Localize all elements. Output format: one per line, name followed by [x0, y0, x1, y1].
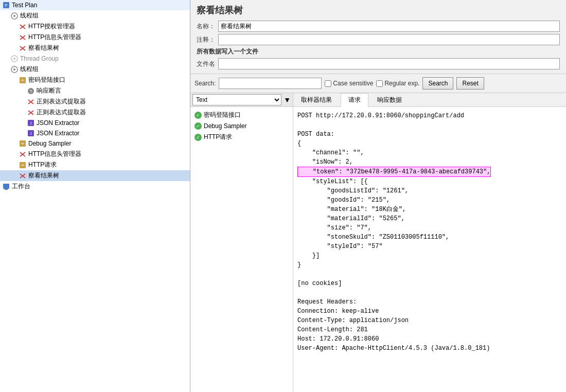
tree-item-json-extractor-2[interactable]: JJSON Extractor	[0, 128, 190, 138]
tab-sampler-result[interactable]: 取样器结果	[293, 93, 340, 106]
result-list-header: Text ▼	[190, 93, 293, 107]
tree-item-label: 察看结果树	[28, 44, 59, 52]
tree-item-icon: P	[2, 1, 10, 9]
tree-item-label: Thread Group	[20, 55, 59, 62]
svg-text:?: ?	[29, 89, 32, 94]
tree-item-label: Debug Sampler	[28, 140, 71, 147]
tree-item-察看结果树-2[interactable]: 察看结果树	[0, 170, 190, 181]
tree-item-icon	[27, 98, 35, 106]
tree-item-http-request[interactable]: ✏HTTP请求	[0, 159, 190, 170]
search-bar: Search: Case sensitive Regular exp. Sear…	[190, 74, 566, 93]
tree-item-debug-sampler[interactable]: ✏Debug Sampler	[0, 138, 190, 149]
comment-label: 注释：	[197, 35, 215, 44]
svg-point-11	[13, 58, 15, 60]
svg-text:J: J	[30, 132, 32, 135]
tree-item-察看结果树-1[interactable]: 察看结果树	[0, 43, 190, 54]
tree-panel: PTest Plan线程组HTTP授权管理器HTTP信息头管理器察看结果树Thr…	[0, 0, 190, 392]
right-panel: 察看结果树 名称： 注释： 所有数据写入一个文件 文件名 Search: Cas…	[190, 0, 566, 392]
tab-response-data[interactable]: 响应数据	[369, 93, 410, 106]
svg-text:✏: ✏	[21, 141, 25, 146]
tree-item-label: JSON Extractor	[37, 119, 79, 127]
tree-item-icon	[19, 172, 27, 180]
text-dropdown[interactable]: Text	[192, 94, 281, 105]
result-item[interactable]: ✓密码登陆接口	[192, 109, 291, 121]
tree-item-线程组-2[interactable]: 线程组	[0, 64, 190, 75]
tree-item-label: 线程组	[20, 65, 39, 74]
search-label: Search:	[194, 80, 216, 87]
comment-input[interactable]	[218, 34, 560, 45]
tree-item-icon: J	[27, 129, 35, 137]
tree-item-icon	[10, 55, 19, 63]
svg-point-3	[13, 15, 15, 17]
svg-rect-34	[3, 184, 9, 189]
file-label: 文件名	[197, 60, 215, 68]
search-input[interactable]	[219, 78, 322, 89]
tree-item-http-info-mgr[interactable]: HTTP信息头管理器	[0, 149, 190, 159]
result-item[interactable]: ✓Debug Sampler	[192, 121, 291, 131]
tree-item-http-header[interactable]: HTTP信息头管理器	[0, 32, 190, 43]
result-items: ✓密码登陆接口✓Debug Sampler✓HTTP请求	[190, 107, 293, 392]
tree-item-label: 正则表达式提取器	[37, 97, 86, 106]
tree-item-label: HTTP信息头管理器	[28, 33, 81, 42]
tree-item-label: 线程组	[20, 11, 39, 20]
tree-item-icon	[2, 183, 10, 191]
tree-item-thread-group[interactable]: Thread Group	[0, 54, 190, 64]
detail-content: POST http://172.20.0.91:8060/shoppingCar…	[293, 107, 566, 392]
file-input[interactable]	[218, 58, 560, 69]
status-icon: ✓	[194, 122, 202, 130]
tree-item-label: HTTP信息头管理器	[28, 150, 81, 158]
dropdown-arrow[interactable]: ▼	[284, 96, 291, 104]
tree-item-正则表达式提取器-2[interactable]: 正则表达式提取器	[0, 107, 190, 118]
result-item[interactable]: ✓HTTP请求	[192, 131, 291, 143]
tree-item-线程组-1[interactable]: 线程组	[0, 10, 190, 21]
regular-exp-checkbox[interactable]	[376, 80, 383, 87]
result-item-label: HTTP请求	[204, 133, 232, 141]
tree-item-工作台[interactable]: 工作台	[0, 181, 190, 192]
tab-request[interactable]: 请求	[341, 93, 368, 107]
tree-item-密码登陆接口[interactable]: ✏密码登陆接口	[0, 75, 190, 85]
tree-item-icon: J	[27, 119, 35, 127]
tree-item-json-extractor-1[interactable]: JJSON Extractor	[0, 118, 190, 128]
tree-item-label: 工作台	[12, 182, 30, 191]
tree-item-icon: ✏	[19, 139, 27, 148]
svg-text:P: P	[5, 3, 7, 8]
tree-item-icon	[10, 65, 19, 74]
tree-item-icon	[10, 12, 19, 20]
tree-item-label: 察看结果树	[28, 171, 59, 180]
section-title: 所有数据写入一个文件	[197, 47, 560, 56]
tree-item-label: 密码登陆接口	[28, 76, 65, 84]
case-sensitive-label[interactable]: Case sensitive	[325, 80, 373, 87]
status-icon: ✓	[194, 134, 202, 141]
tree-item-label: Test Plan	[12, 2, 37, 9]
tree-item-label: JSON Extractor	[37, 130, 79, 137]
svg-text:J: J	[30, 121, 32, 125]
tree-item-label: HTTP授权管理器	[28, 22, 75, 31]
status-icon: ✓	[194, 112, 202, 119]
svg-text:✏: ✏	[21, 78, 25, 83]
result-item-label: Debug Sampler	[204, 122, 246, 130]
regular-exp-label[interactable]: Regular exp.	[376, 80, 419, 87]
tree-item-icon: ✏	[19, 161, 27, 169]
name-input[interactable]	[218, 21, 560, 32]
case-sensitive-checkbox[interactable]	[325, 80, 331, 87]
svg-point-13	[13, 68, 15, 70]
name-label: 名称：	[197, 22, 215, 31]
result-item-label: 密码登陆接口	[204, 111, 241, 119]
result-list-panel: Text ▼ ✓密码登陆接口✓Debug Sampler✓HTTP请求	[190, 93, 293, 392]
panel-title: 察看结果树	[197, 4, 560, 16]
content-area: Text ▼ ✓密码登陆接口✓Debug Sampler✓HTTP请求 取样器结…	[190, 93, 566, 392]
tree-item-icon	[19, 150, 27, 158]
tree-item-正则表达式提取器-1[interactable]: 正则表达式提取器	[0, 96, 190, 107]
tree-item-label: 正则表达式提取器	[37, 108, 86, 117]
tree-item-响应断言[interactable]: ?响应断言	[0, 85, 190, 96]
search-button[interactable]: Search	[422, 77, 453, 90]
tree-item-icon	[19, 44, 27, 52]
svg-text:✏: ✏	[21, 163, 25, 168]
svg-rect-35	[5, 189, 8, 190]
tree-item-test-plan[interactable]: PTest Plan	[0, 0, 190, 10]
reset-button[interactable]: Reset	[456, 77, 484, 90]
tree-item-icon	[19, 33, 27, 42]
tree-item-icon: ✏	[19, 76, 27, 84]
tree-item-http-auth[interactable]: HTTP授权管理器	[0, 21, 190, 32]
detail-panel: 取样器结果请求响应数据 POST http://172.20.0.91:8060…	[293, 93, 566, 392]
